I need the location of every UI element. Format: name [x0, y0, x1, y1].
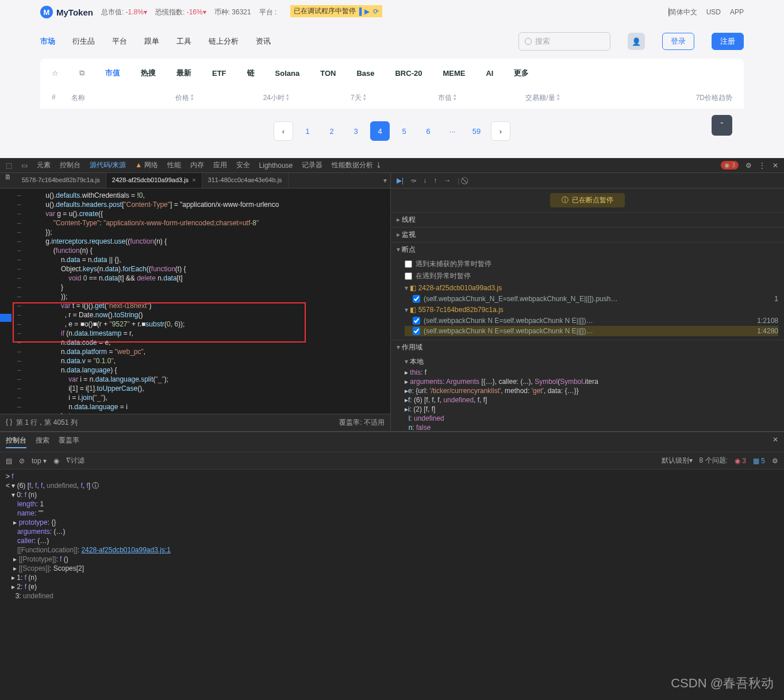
more-files-icon[interactable]: ▾ — [380, 173, 390, 188]
cat-chain[interactable]: 链 — [247, 68, 255, 78]
resume-icon[interactable]: ▶| — [397, 176, 403, 184]
avatar[interactable]: 👤 — [628, 33, 645, 50]
panel-threads[interactable]: 线程 — [391, 213, 784, 227]
page-5[interactable]: 5 — [394, 121, 414, 141]
file-tab-2[interactable]: 311-480cc0c4ae43e64b.js — [202, 173, 289, 188]
panel-watch[interactable]: 监视 — [391, 228, 784, 242]
page-6[interactable]: 6 — [418, 121, 438, 141]
page-3[interactable]: 3 — [346, 121, 366, 141]
log-level[interactable]: 默认级别▾ — [662, 456, 693, 466]
drawer-close-icon[interactable]: ✕ — [773, 436, 778, 448]
tab-elements[interactable]: 元素 — [37, 160, 51, 170]
tab-memory[interactable]: 内存 — [190, 160, 204, 170]
th-vol[interactable]: 交易额/量▴▾ — [525, 93, 610, 103]
tab-performance[interactable]: 性能 — [167, 160, 181, 170]
page-4[interactable]: 4 — [370, 121, 390, 141]
gear-icon[interactable]: ⚙ — [745, 161, 752, 170]
panel-breakpoints[interactable]: 断点 — [391, 243, 784, 257]
register-button[interactable]: 注册 — [712, 33, 744, 50]
login-button[interactable]: 登录 — [662, 33, 694, 50]
th-name[interactable]: 名称 — [71, 93, 174, 103]
th-24h[interactable]: 24小时▴▾ — [263, 93, 348, 103]
page-icon[interactable]: 🗎 — [5, 173, 11, 181]
currency-switch[interactable]: USD — [706, 8, 721, 16]
context-select[interactable]: top ▾ — [32, 457, 47, 465]
app-link[interactable]: APP — [730, 8, 744, 16]
console-gear-icon[interactable]: ⚙ — [772, 457, 778, 465]
inspect-icon[interactable]: ⬚ — [6, 161, 12, 170]
cat-meme[interactable]: MEME — [443, 69, 465, 78]
nav-market[interactable]: 市场 — [40, 36, 55, 47]
cat-brc20[interactable]: BRC-20 — [395, 69, 422, 78]
play-icon[interactable]: ▌▶ — [359, 7, 370, 16]
tab-network[interactable]: 网络 — [135, 160, 157, 170]
step-out-icon[interactable]: ↑ — [433, 176, 437, 184]
console-output[interactable]: > f< ▾ (6) [f, f, f, undefined, f, f] ⓘ … — [0, 470, 784, 700]
brace-icon[interactable]: { } — [6, 418, 12, 428]
step-over-icon[interactable]: ⤼ — [410, 176, 416, 184]
cat-new[interactable]: 最新 — [176, 68, 191, 78]
error-count-badge[interactable]: ◉ 3 — [721, 161, 739, 170]
th-price[interactable]: 价格▴▾ — [175, 93, 260, 103]
live-expr-icon[interactable]: ◉ — [53, 457, 59, 465]
code-editor[interactable]: u().defaults.withCredentials = !0, u().d… — [0, 189, 390, 414]
star-icon[interactable]: ☆ — [52, 69, 59, 78]
cat-hot[interactable]: 热搜 — [141, 68, 156, 78]
scope-local[interactable]: 本地 — [405, 356, 778, 368]
nav-copy[interactable]: 跟单 — [144, 36, 159, 47]
copy-icon[interactable]: ⧉ — [79, 68, 84, 78]
debugger-paused-overlay[interactable]: 已在调试程序中暂停▌▶⟳ — [290, 5, 382, 17]
tab-security[interactable]: 安全 — [236, 160, 250, 170]
step-icon2[interactable]: → — [444, 176, 451, 184]
site-logo[interactable]: MMyToken — [40, 6, 93, 18]
cat-more[interactable]: 更多 — [514, 68, 529, 78]
page-next[interactable]: › — [491, 121, 510, 141]
th-index[interactable]: # — [52, 93, 69, 103]
scroll-top-button[interactable]: ˆ — [712, 115, 732, 136]
nav-news[interactable]: 资讯 — [256, 36, 271, 47]
cat-ton[interactable]: TON — [320, 69, 336, 78]
cat-marketcap[interactable]: 市值 — [105, 68, 120, 78]
th-7d[interactable]: 7天▴▾ — [351, 93, 436, 103]
tab-sources[interactable]: 源代码/来源 — [90, 160, 126, 170]
page-prev[interactable]: ‹ — [274, 121, 293, 141]
device-icon[interactable]: ▭ — [21, 161, 28, 170]
nav-platform[interactable]: 平台 — [112, 36, 127, 47]
file-tab-1[interactable]: 2428-af25dcb010a99ad3.js× — [106, 173, 202, 188]
page-1[interactable]: 1 — [298, 121, 317, 141]
step-into-icon[interactable]: ↓ — [423, 176, 426, 184]
tab-application[interactable]: 应用 — [213, 160, 227, 170]
panel-scope[interactable]: 作用域 — [391, 340, 784, 355]
filter-input[interactable]: ∇讨滤 — [66, 456, 84, 466]
page-last[interactable]: 59 — [467, 121, 486, 141]
tab-recorder[interactable]: 记录器 — [302, 160, 322, 170]
step-icon[interactable]: ⟳ — [373, 7, 379, 16]
tab-console[interactable]: 控制台 — [60, 160, 80, 170]
drawer-search[interactable]: 搜索 — [36, 436, 49, 448]
cat-etf[interactable]: ETF — [212, 69, 226, 78]
bp-opt-uncaught[interactable]: 遇到未捕获的异常时暂停 — [405, 258, 778, 270]
page-2[interactable]: 2 — [322, 121, 341, 141]
issues-label[interactable]: 8 个问题: — [700, 456, 728, 466]
file-tab-0[interactable]: 5578-7c164bed82b79c1a.js — [16, 173, 106, 188]
close-tab-icon[interactable]: × — [192, 176, 195, 183]
close-icon[interactable]: ✕ — [773, 161, 778, 170]
drawer-console[interactable]: 控制台 — [6, 436, 26, 448]
lang-switch[interactable]: 简体中文 — [668, 7, 697, 17]
tab-lighthouse[interactable]: Lighthouse — [259, 161, 293, 170]
th-cap[interactable]: 市值▴▾ — [438, 93, 523, 103]
search-input[interactable]: 搜索 — [518, 32, 610, 51]
clear-console-icon[interactable]: ⊘ — [19, 457, 25, 465]
nav-tools[interactable]: 工具 — [176, 36, 191, 47]
tab-profiler[interactable]: 性能数据分析 ⭳ — [332, 160, 382, 170]
cat-base[interactable]: Base — [356, 69, 374, 78]
more-icon[interactable]: ⋮ — [759, 161, 766, 170]
bp-opt-caught[interactable]: 在遇到异常时暂停 — [405, 270, 778, 282]
nav-chain[interactable]: 链上分析 — [209, 36, 239, 47]
drawer-coverage[interactable]: 覆盖率 — [59, 436, 79, 448]
nav-deriv[interactable]: 衍生品 — [72, 36, 95, 47]
cat-solana[interactable]: Solana — [275, 69, 300, 78]
breakpoint-marker[interactable] — [0, 314, 11, 322]
cat-ai[interactable]: AI — [486, 69, 493, 78]
sidebar-toggle-icon[interactable]: ▤ — [6, 457, 12, 465]
